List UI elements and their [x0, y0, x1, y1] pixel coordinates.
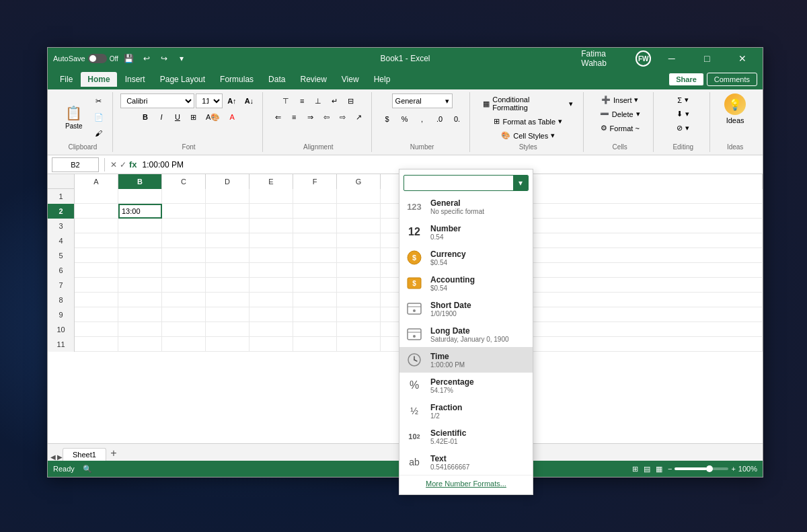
autosum-button[interactable]: Σ ▾	[672, 93, 693, 106]
insert-cells-button[interactable]: ➕ Insert ▾	[597, 93, 644, 106]
customize-icon[interactable]: ▾	[175, 52, 188, 65]
minimize-button[interactable]: ─	[656, 48, 687, 69]
confirm-formula-icon[interactable]: ✓	[120, 160, 126, 169]
format-item-currency[interactable]: $ Currency $0.54	[399, 245, 533, 270]
format-item-fraction[interactable]: ½ Fraction 1/2	[399, 398, 533, 424]
format-cells-button[interactable]: ⚙ Format ~	[596, 122, 644, 135]
dropdown-search-button[interactable]: ▾	[513, 176, 528, 190]
fill-button[interactable]: ⬇ ▾	[672, 108, 694, 120]
col-header-c[interactable]: C	[162, 174, 206, 189]
cell-g2[interactable]	[337, 204, 381, 219]
font-size-selector[interactable]: 11	[196, 93, 223, 108]
add-sheet-button[interactable]: +	[106, 446, 121, 461]
formula-input[interactable]	[140, 160, 759, 169]
format-as-table-button[interactable]: ⊞ Format as Table ▾	[489, 115, 567, 128]
align-center-button[interactable]: ≡	[286, 110, 301, 124]
bold-button[interactable]: B	[138, 110, 153, 124]
format-item-scientific[interactable]: 102 Scientific 5.42E-01	[399, 424, 533, 449]
comments-button[interactable]: Comments	[707, 73, 757, 86]
zoom-in-icon[interactable]: +	[731, 465, 735, 473]
col-header-a[interactable]: A	[75, 174, 118, 189]
cell-b1[interactable]	[118, 189, 162, 204]
view-normal-icon[interactable]: ⊞	[632, 465, 638, 473]
format-item-general[interactable]: 123 General No specific format	[399, 194, 533, 219]
close-button[interactable]: ✕	[727, 48, 757, 69]
font-color-button[interactable]: A	[225, 110, 239, 124]
zoom-out-icon[interactable]: −	[668, 465, 672, 473]
sheet-tab-sheet1[interactable]: Sheet1	[63, 448, 106, 461]
view-layout-icon[interactable]: ▤	[644, 465, 650, 473]
cancel-formula-icon[interactable]: ✕	[110, 160, 117, 169]
align-middle-button[interactable]: ≡	[295, 93, 309, 108]
col-header-g[interactable]: G	[337, 174, 381, 189]
tab-home[interactable]: Home	[81, 72, 116, 87]
format-item-time[interactable]: Time 1:00:00 PM	[399, 347, 533, 373]
cell-b2[interactable]: 13:00	[118, 204, 162, 219]
tab-help[interactable]: Help	[367, 72, 397, 87]
prev-sheet-icon[interactable]: ◀	[50, 453, 56, 461]
save-icon[interactable]: 💾	[122, 52, 136, 65]
tab-review[interactable]: Review	[293, 72, 333, 87]
underline-button[interactable]: U	[170, 110, 185, 124]
conditional-formatting-button[interactable]: ▦ Conditional Formatting ▾	[478, 93, 578, 114]
cell-a2[interactable]	[75, 204, 118, 219]
next-sheet-icon[interactable]: ▶	[57, 453, 63, 461]
dec-dec-btn[interactable]: 0.	[450, 112, 465, 126]
increase-font-button[interactable]: A↑	[224, 93, 239, 108]
name-box[interactable]	[52, 157, 99, 172]
merge-button[interactable]: ⊟	[343, 93, 358, 108]
comma-btn[interactable]: ,	[415, 112, 430, 126]
align-right-button[interactable]: ⇒	[303, 110, 317, 124]
cell-d2[interactable]	[206, 204, 249, 219]
dec-inc-btn[interactable]: .0	[432, 112, 447, 126]
fill-color-button[interactable]: A🎨	[202, 110, 223, 124]
cut-button[interactable]: ✂	[91, 93, 107, 108]
ideas-button[interactable]: 💡 Ideas	[718, 93, 752, 124]
cell-a1[interactable]	[75, 189, 118, 204]
cell-e1[interactable]	[249, 189, 293, 204]
autosave-switch[interactable]	[88, 54, 107, 63]
copy-button[interactable]: 📄	[91, 110, 107, 124]
cell-f2[interactable]	[293, 204, 337, 219]
format-item-short-date[interactable]: Short Date 1/0/1900	[399, 296, 533, 321]
maximize-button[interactable]: □	[692, 48, 722, 69]
col-header-f[interactable]: F	[293, 174, 337, 189]
align-top-button[interactable]: ⊤	[278, 93, 293, 108]
font-name-selector[interactable]: Calibri	[120, 93, 194, 108]
delete-cells-button[interactable]: ➖ Delete ▾	[595, 108, 645, 120]
col-header-b[interactable]: B	[118, 174, 162, 189]
percent-btn[interactable]: %	[397, 112, 412, 126]
tab-file[interactable]: File	[53, 72, 79, 87]
col-header-e[interactable]: E	[249, 174, 293, 189]
number-format-box[interactable]: General ▾	[392, 93, 453, 108]
cell-c2[interactable]	[162, 204, 206, 219]
format-item-number[interactable]: 12 Number 0.54	[399, 219, 533, 245]
cell-styles-button[interactable]: 🎨 Cell Styles ▾	[496, 129, 560, 142]
tab-data[interactable]: Data	[262, 72, 292, 87]
border-button[interactable]: ⊞	[186, 110, 201, 124]
format-item-accounting[interactable]: $ Accounting $0.54	[399, 270, 533, 296]
cell-g1[interactable]	[337, 189, 381, 204]
cell-f1[interactable]	[293, 189, 337, 204]
autosave-toggle[interactable]: AutoSave Off	[53, 54, 118, 63]
dropdown-search-input[interactable]	[404, 177, 513, 189]
currency-btn[interactable]: $	[380, 112, 395, 126]
tab-view[interactable]: View	[335, 72, 366, 87]
orient-button[interactable]: ↗	[351, 110, 366, 124]
cell-e2[interactable]	[249, 204, 293, 219]
indent-dec-button[interactable]: ⇦	[319, 110, 334, 124]
tab-insert[interactable]: Insert	[118, 72, 152, 87]
paste-button[interactable]: 📋 Paste	[59, 98, 89, 136]
decrease-font-button[interactable]: A↓	[241, 93, 257, 108]
more-formats-link[interactable]: More Number Formats...	[399, 475, 533, 492]
format-item-text[interactable]: ab Text 0.541666667	[399, 449, 533, 475]
indent-inc-button[interactable]: ⇨	[335, 110, 350, 124]
share-button[interactable]: Share	[668, 73, 704, 86]
clear-button[interactable]: ⊘ ▾	[672, 122, 694, 135]
tab-pagelayout[interactable]: Page Layout	[153, 72, 212, 87]
format-item-percentage[interactable]: % Percentage 54.17%	[399, 373, 533, 398]
align-left-button[interactable]: ⇐	[270, 110, 285, 124]
insert-function-icon[interactable]: fx	[129, 159, 137, 169]
italic-button[interactable]: I	[154, 110, 169, 124]
cell-d1[interactable]	[206, 189, 249, 204]
